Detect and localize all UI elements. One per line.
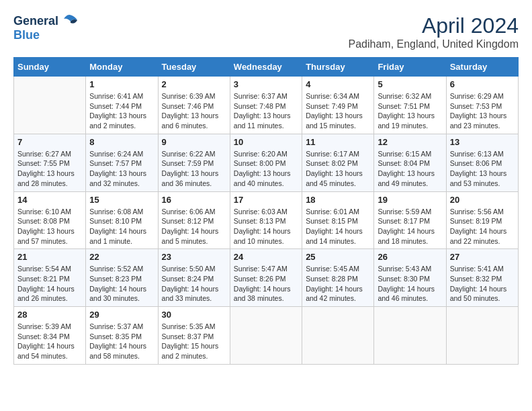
day-header-monday: Monday — [86, 58, 158, 77]
day-detail: Sunrise: 6:24 AM Sunset: 7:57 PM Dayligh… — [89, 149, 154, 189]
day-detail: Sunrise: 5:52 AM Sunset: 8:23 PM Dayligh… — [89, 264, 154, 304]
day-detail: Sunrise: 6:41 AM Sunset: 7:44 PM Dayligh… — [89, 91, 154, 131]
calendar-cell: 28Sunrise: 5:39 AM Sunset: 8:34 PM Dayli… — [14, 307, 86, 365]
day-detail: Sunrise: 6:17 AM Sunset: 8:02 PM Dayligh… — [306, 149, 370, 189]
calendar-cell — [374, 307, 446, 365]
day-detail: Sunrise: 5:37 AM Sunset: 8:35 PM Dayligh… — [89, 322, 154, 361]
day-number: 29 — [89, 310, 154, 320]
day-number: 3 — [234, 79, 298, 89]
calendar-cell: 9Sunrise: 6:22 AM Sunset: 7:59 PM Daylig… — [158, 134, 230, 191]
calendar-cell: 11Sunrise: 6:17 AM Sunset: 8:02 PM Dayli… — [302, 134, 374, 191]
calendar-cell: 8Sunrise: 6:24 AM Sunset: 7:57 PM Daylig… — [86, 134, 158, 191]
logo-general-text: General — [13, 14, 58, 28]
calendar-cell: 23Sunrise: 5:50 AM Sunset: 8:24 PM Dayli… — [158, 249, 230, 307]
day-detail: Sunrise: 5:47 AM Sunset: 8:26 PM Dayligh… — [234, 264, 298, 304]
calendar-title: April 2024 — [349, 13, 519, 38]
day-detail: Sunrise: 6:08 AM Sunset: 8:10 PM Dayligh… — [89, 207, 154, 246]
calendar-cell: 20Sunrise: 5:56 AM Sunset: 8:19 PM Dayli… — [446, 191, 518, 249]
day-detail: Sunrise: 5:41 AM Sunset: 8:32 PM Dayligh… — [450, 264, 515, 304]
calendar-cell: 19Sunrise: 5:59 AM Sunset: 8:17 PM Dayli… — [374, 191, 446, 249]
calendar-cell: 16Sunrise: 6:06 AM Sunset: 8:12 PM Dayli… — [158, 191, 230, 249]
day-detail: Sunrise: 6:34 AM Sunset: 7:49 PM Dayligh… — [306, 91, 370, 131]
calendar-cell: 18Sunrise: 6:01 AM Sunset: 8:15 PM Dayli… — [302, 191, 374, 249]
day-detail: Sunrise: 5:59 AM Sunset: 8:17 PM Dayligh… — [378, 207, 442, 246]
calendar-header-row: SundayMondayTuesdayWednesdayThursdayFrid… — [14, 58, 519, 77]
day-number: 23 — [162, 252, 226, 262]
day-detail: Sunrise: 5:35 AM Sunset: 8:37 PM Dayligh… — [162, 322, 226, 361]
day-number: 9 — [162, 137, 226, 147]
calendar-cell: 2Sunrise: 6:39 AM Sunset: 7:46 PM Daylig… — [158, 77, 230, 134]
calendar-week-row: 14Sunrise: 6:10 AM Sunset: 8:08 PM Dayli… — [14, 191, 519, 249]
day-number: 10 — [234, 137, 298, 147]
day-detail: Sunrise: 5:45 AM Sunset: 8:28 PM Dayligh… — [306, 264, 370, 304]
calendar-cell: 24Sunrise: 5:47 AM Sunset: 8:26 PM Dayli… — [230, 249, 302, 307]
day-detail: Sunrise: 6:06 AM Sunset: 8:12 PM Dayligh… — [162, 207, 226, 246]
page-header: General Blue April 2024 Padiham, England… — [13, 13, 519, 50]
calendar-cell — [230, 307, 302, 365]
day-header-saturday: Saturday — [446, 58, 518, 77]
calendar-cell: 29Sunrise: 5:37 AM Sunset: 8:35 PM Dayli… — [86, 307, 158, 365]
day-number: 26 — [378, 252, 442, 262]
day-detail: Sunrise: 5:39 AM Sunset: 8:34 PM Dayligh… — [17, 322, 82, 361]
day-detail: Sunrise: 5:43 AM Sunset: 8:30 PM Dayligh… — [378, 264, 442, 304]
day-detail: Sunrise: 6:39 AM Sunset: 7:46 PM Dayligh… — [162, 91, 226, 131]
day-number: 13 — [450, 137, 515, 147]
day-number: 6 — [450, 79, 515, 89]
calendar-cell: 21Sunrise: 5:54 AM Sunset: 8:21 PM Dayli… — [14, 249, 86, 307]
calendar-table: SundayMondayTuesdayWednesdayThursdayFrid… — [13, 57, 519, 365]
logo-blue-text: Blue — [13, 28, 40, 42]
day-detail: Sunrise: 6:32 AM Sunset: 7:51 PM Dayligh… — [378, 91, 442, 131]
calendar-cell: 4Sunrise: 6:34 AM Sunset: 7:49 PM Daylig… — [302, 77, 374, 134]
day-number: 21 — [17, 252, 82, 262]
day-header-thursday: Thursday — [302, 58, 374, 77]
day-number: 27 — [450, 252, 515, 262]
day-number: 8 — [89, 137, 154, 147]
day-detail: Sunrise: 6:10 AM Sunset: 8:08 PM Dayligh… — [17, 207, 82, 246]
day-number: 14 — [17, 195, 82, 205]
day-number: 25 — [306, 252, 370, 262]
day-detail: Sunrise: 6:37 AM Sunset: 7:48 PM Dayligh… — [234, 91, 298, 131]
calendar-body: 1Sunrise: 6:41 AM Sunset: 7:44 PM Daylig… — [14, 77, 519, 365]
calendar-cell: 5Sunrise: 6:32 AM Sunset: 7:51 PM Daylig… — [374, 77, 446, 134]
logo-bird-icon — [60, 13, 79, 28]
calendar-cell — [14, 77, 86, 134]
calendar-cell: 7Sunrise: 6:27 AM Sunset: 7:55 PM Daylig… — [14, 134, 86, 191]
calendar-week-row: 21Sunrise: 5:54 AM Sunset: 8:21 PM Dayli… — [14, 249, 519, 307]
day-number: 22 — [89, 252, 154, 262]
day-detail: Sunrise: 6:13 AM Sunset: 8:06 PM Dayligh… — [450, 149, 515, 189]
day-detail: Sunrise: 6:01 AM Sunset: 8:15 PM Dayligh… — [306, 207, 370, 246]
title-block: April 2024 Padiham, England, United King… — [349, 13, 519, 50]
day-number: 5 — [378, 79, 442, 89]
day-detail: Sunrise: 6:22 AM Sunset: 7:59 PM Dayligh… — [162, 149, 226, 189]
calendar-week-row: 1Sunrise: 6:41 AM Sunset: 7:44 PM Daylig… — [14, 77, 519, 134]
day-number: 24 — [234, 252, 298, 262]
calendar-cell: 12Sunrise: 6:15 AM Sunset: 8:04 PM Dayli… — [374, 134, 446, 191]
day-detail: Sunrise: 6:20 AM Sunset: 8:00 PM Dayligh… — [234, 149, 298, 189]
calendar-cell: 14Sunrise: 6:10 AM Sunset: 8:08 PM Dayli… — [14, 191, 86, 249]
day-number: 15 — [89, 195, 154, 205]
day-number: 12 — [378, 137, 442, 147]
calendar-cell — [446, 307, 518, 365]
day-number: 4 — [306, 79, 370, 89]
day-header-tuesday: Tuesday — [158, 58, 230, 77]
calendar-location: Padiham, England, United Kingdom — [349, 38, 519, 50]
calendar-cell: 26Sunrise: 5:43 AM Sunset: 8:30 PM Dayli… — [374, 249, 446, 307]
calendar-cell: 15Sunrise: 6:08 AM Sunset: 8:10 PM Dayli… — [86, 191, 158, 249]
day-number: 28 — [17, 310, 82, 320]
calendar-cell: 30Sunrise: 5:35 AM Sunset: 8:37 PM Dayli… — [158, 307, 230, 365]
day-number: 17 — [234, 195, 298, 205]
day-number: 2 — [162, 79, 226, 89]
day-number: 18 — [306, 195, 370, 205]
day-detail: Sunrise: 6:15 AM Sunset: 8:04 PM Dayligh… — [378, 149, 442, 189]
calendar-cell: 27Sunrise: 5:41 AM Sunset: 8:32 PM Dayli… — [446, 249, 518, 307]
calendar-cell: 22Sunrise: 5:52 AM Sunset: 8:23 PM Dayli… — [86, 249, 158, 307]
day-detail: Sunrise: 5:50 AM Sunset: 8:24 PM Dayligh… — [162, 264, 226, 304]
day-header-sunday: Sunday — [14, 58, 86, 77]
day-detail: Sunrise: 5:54 AM Sunset: 8:21 PM Dayligh… — [17, 264, 82, 304]
calendar-cell: 17Sunrise: 6:03 AM Sunset: 8:13 PM Dayli… — [230, 191, 302, 249]
day-number: 1 — [89, 79, 154, 89]
day-detail: Sunrise: 6:27 AM Sunset: 7:55 PM Dayligh… — [17, 149, 82, 189]
calendar-week-row: 7Sunrise: 6:27 AM Sunset: 7:55 PM Daylig… — [14, 134, 519, 191]
day-number: 16 — [162, 195, 226, 205]
calendar-cell — [302, 307, 374, 365]
